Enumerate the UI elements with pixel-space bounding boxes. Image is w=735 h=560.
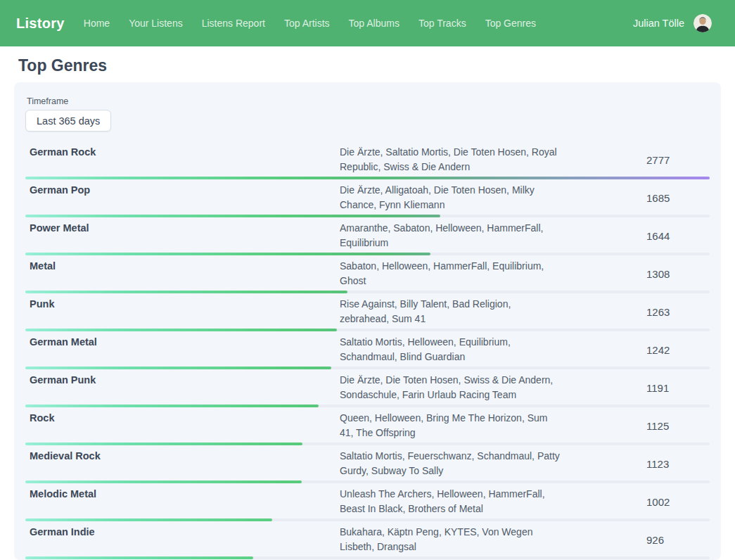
genre-row: German Pop Die Ärzte, Alligatoah, Die To… xyxy=(25,179,710,217)
nav-item-top-albums[interactable]: Top Albums xyxy=(349,18,400,29)
genre-artists: Amaranthe, Sabaton, Helloween, HammerFal… xyxy=(340,221,646,250)
user-avatar-photo[interactable] xyxy=(694,14,712,32)
page-title: Top Genres xyxy=(18,56,717,75)
brand-logo[interactable]: Listory xyxy=(16,15,65,32)
genre-count: 1002 xyxy=(646,496,710,508)
genre-artists: Die Ärzte, Alligatoah, Die Toten Hosen, … xyxy=(340,183,646,212)
genre-row: German Indie Bukahara, Käptn Peng, KYTES… xyxy=(25,521,710,559)
genre-count: 1125 xyxy=(646,420,710,432)
genre-artists: Queen, Helloween, Bring Me The Horizon, … xyxy=(340,411,646,440)
genre-name: Punk xyxy=(25,297,340,326)
genre-row: Melodic Metal Unleash The Archers, Hello… xyxy=(25,483,710,521)
genre-row: Metal Sabaton, Helloween, HammerFall, Eq… xyxy=(25,255,710,293)
timeframe-control: Timeframe Last 365 days xyxy=(25,96,710,132)
genre-count: 1685 xyxy=(646,192,710,204)
genre-count: 1191 xyxy=(646,382,710,394)
genre-name: German Indie xyxy=(25,525,340,554)
navbar-user-area: Julian Tölle xyxy=(633,14,721,32)
genre-name: German Punk xyxy=(25,373,340,402)
genre-count: 1644 xyxy=(646,230,710,242)
genre-name: Rock xyxy=(25,411,340,440)
genre-row: Medieval Rock Saltatio Mortis, Feuerschw… xyxy=(25,445,710,483)
genre-artists: Saltatio Mortis, Feuerschwanz, Schandmau… xyxy=(340,449,646,478)
nav-item-home[interactable]: Home xyxy=(84,18,110,29)
genre-row: German Punk Die Ärzte, Die Toten Hosen, … xyxy=(25,369,710,407)
main-nav: HomeYour ListensListens ReportTop Artist… xyxy=(84,18,536,29)
genre-row: Power Metal Amaranthe, Sabaton, Hellowee… xyxy=(25,217,710,255)
timeframe-label: Timeframe xyxy=(27,96,710,106)
genre-name: Metal xyxy=(25,259,340,288)
genre-count: 1242 xyxy=(646,344,710,356)
genre-name: German Pop xyxy=(25,183,340,212)
genre-bar-fill xyxy=(25,556,253,559)
genre-count: 1263 xyxy=(646,306,710,318)
genre-count: 1308 xyxy=(646,268,710,280)
avatar-image xyxy=(694,14,712,32)
nav-item-top-genres[interactable]: Top Genres xyxy=(485,18,536,29)
genre-artists: Rise Against, Billy Talent, Bad Religion… xyxy=(340,297,646,326)
genre-name: German Rock xyxy=(25,145,340,174)
genre-artists: Sabaton, Helloween, HammerFall, Equilibr… xyxy=(340,259,646,288)
genre-name: Medieval Rock xyxy=(25,449,340,478)
genre-count: 2777 xyxy=(646,154,710,166)
genre-name: German Metal xyxy=(25,335,340,364)
genre-count: 1123 xyxy=(646,458,710,470)
genre-count: 926 xyxy=(646,534,710,546)
genre-name: Melodic Metal xyxy=(25,487,340,516)
genre-table: German Rock Die Ärzte, Saltatio Mortis, … xyxy=(25,141,710,559)
genre-row: Punk Rise Against, Billy Talent, Bad Rel… xyxy=(25,293,710,331)
genre-artists: Die Ärzte, Saltatio Mortis, Die Toten Ho… xyxy=(340,145,646,174)
main-content: Top Genres Timeframe Last 365 days Germa… xyxy=(0,56,735,560)
nav-item-top-artists[interactable]: Top Artists xyxy=(284,18,330,29)
genre-row: German Metal Saltatio Mortis, Helloween,… xyxy=(25,331,710,369)
genre-row: German Rock Die Ärzte, Saltatio Mortis, … xyxy=(25,141,710,179)
genre-artists: Saltatio Mortis, Helloween, Equilibrium,… xyxy=(340,335,646,364)
user-name[interactable]: Julian Tölle xyxy=(633,18,684,29)
top-genres-card: Timeframe Last 365 days German Rock Die … xyxy=(14,82,721,560)
genre-name: Power Metal xyxy=(25,221,340,250)
nav-item-top-tracks[interactable]: Top Tracks xyxy=(418,18,466,29)
nav-item-your-listens[interactable]: Your Listens xyxy=(129,18,183,29)
genre-artists: Die Ärzte, Die Toten Hosen, Swiss & Die … xyxy=(340,373,646,402)
navbar: Listory HomeYour ListensListens ReportTo… xyxy=(0,0,735,46)
genre-artists: Bukahara, Käptn Peng, KYTES, Von Wegen L… xyxy=(340,525,646,554)
genre-bar-track xyxy=(25,556,710,559)
genre-artists: Unleash The Archers, Helloween, HammerFa… xyxy=(340,487,646,516)
timeframe-select-button[interactable]: Last 365 days xyxy=(25,110,111,132)
nav-item-listens-report[interactable]: Listens Report xyxy=(202,18,265,29)
genre-row: Rock Queen, Helloween, Bring Me The Hori… xyxy=(25,407,710,445)
